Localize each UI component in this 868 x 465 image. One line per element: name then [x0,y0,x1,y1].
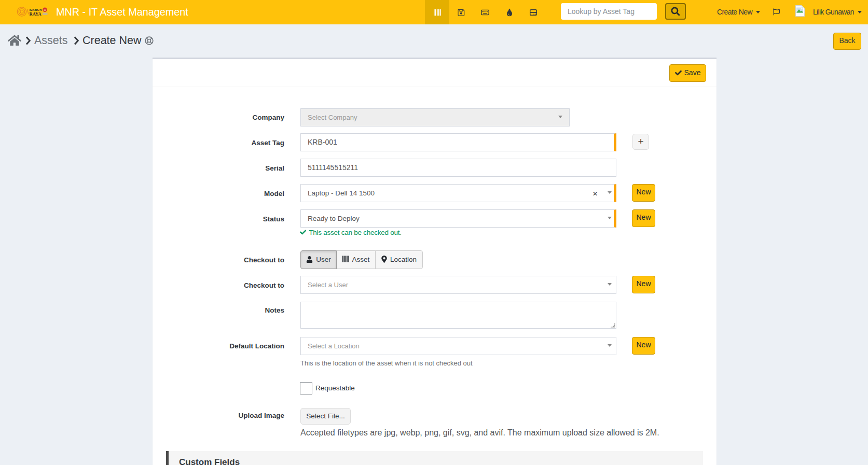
svg-text:RAYA: RAYA [30,11,42,17]
